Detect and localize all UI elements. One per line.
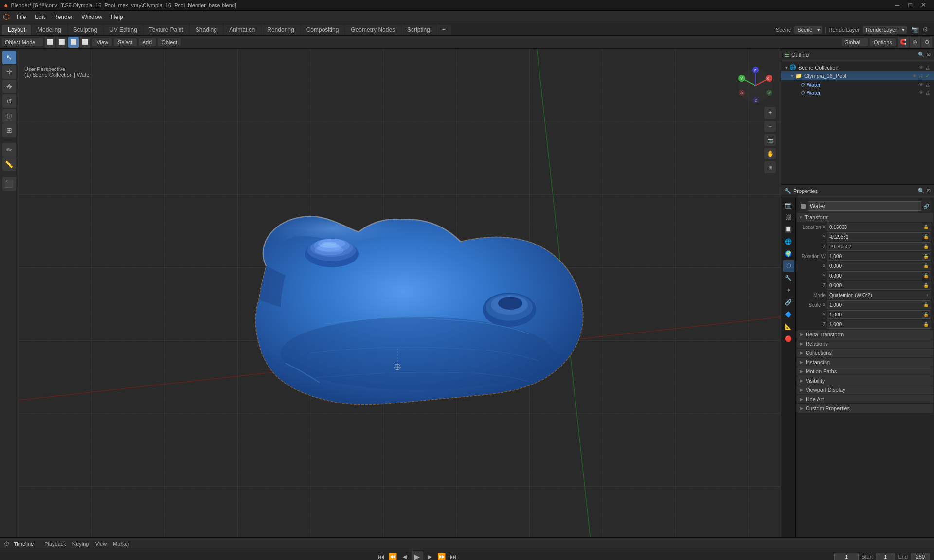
tab-add[interactable]: + xyxy=(436,25,451,35)
tool-move[interactable]: ✥ xyxy=(2,80,16,93)
delta-transform-header[interactable]: ▶ Delta Transform xyxy=(797,330,933,339)
scale-x-value[interactable]: 1.000 🔒 xyxy=(827,300,931,309)
current-frame-input[interactable]: 1 xyxy=(834,553,859,560)
view-btn-tl[interactable]: View xyxy=(92,541,109,547)
minimize-btn[interactable]: ─ xyxy=(891,1,903,9)
motion-paths-header[interactable]: ▶ Motion Paths xyxy=(797,367,933,376)
prop-scene-icon[interactable]: 🌐 xyxy=(783,236,794,247)
outliner-search-icon[interactable]: 🔍 xyxy=(918,52,925,58)
prop-particles-icon[interactable]: ✦ xyxy=(783,284,794,296)
outliner-pool-visibility[interactable]: ✓ xyxy=(925,72,930,79)
tab-texture-paint[interactable]: Texture Paint xyxy=(144,25,189,35)
prop-physics-icon[interactable]: 🔗 xyxy=(783,297,794,308)
tab-shading[interactable]: Shading xyxy=(190,25,223,35)
close-btn[interactable]: ✕ xyxy=(917,1,930,9)
play-btn[interactable]: ▶ xyxy=(412,551,423,560)
location-y-value[interactable]: -0.29581 🔒 xyxy=(827,232,931,241)
vp-hand-tool[interactable]: ✋ xyxy=(764,148,776,159)
relations-header[interactable]: ▶ Relations xyxy=(797,339,933,348)
prop-modifier-icon[interactable]: 🔧 xyxy=(783,272,794,284)
rotation-z-value[interactable]: 0.000 🔒 xyxy=(827,281,931,290)
tool-scale[interactable]: ⊡ xyxy=(2,109,16,122)
menu-edit[interactable]: Edit xyxy=(31,13,49,21)
object-name-icon[interactable]: 🔗 xyxy=(923,204,929,209)
viewport-gizmo[interactable]: X Y Z -X -Y -Z xyxy=(736,66,775,105)
transform-header[interactable]: ▾ Transform xyxy=(797,213,933,222)
outliner-pool-item[interactable]: ▾ 📁 Olympia_16_Pool 👁 🖨 ✓ xyxy=(781,71,934,80)
snap-icon[interactable]: 🧲 xyxy=(898,37,909,48)
proportional-icon[interactable]: ◎ xyxy=(910,37,920,48)
prop-object-icon[interactable]: ⬡ xyxy=(783,260,794,272)
blender-icon[interactable]: ⬡ xyxy=(3,12,10,21)
jump-end-btn[interactable]: ⏭ xyxy=(449,552,458,560)
prop-data-icon[interactable]: 📐 xyxy=(783,321,794,332)
tool-rotate[interactable]: ↺ xyxy=(2,94,16,108)
view-btn[interactable]: View xyxy=(92,38,112,46)
prop-material-icon[interactable]: 🔴 xyxy=(783,333,794,345)
menu-render[interactable]: Render xyxy=(50,13,76,21)
tool-transform[interactable]: ⊞ xyxy=(2,123,16,137)
rotation-w-value[interactable]: 1.000 🔒 xyxy=(827,252,931,261)
viewport[interactable]: User Perspective (1) Scene Collection | … xyxy=(18,49,781,537)
next-keyframe-btn[interactable]: ► xyxy=(425,552,435,560)
outliner-scene-collection[interactable]: ▾ 🌐 Scene Collection 👁 🖨 xyxy=(781,63,934,71)
menu-file[interactable]: File xyxy=(13,13,30,21)
tab-sculpting[interactable]: Sculpting xyxy=(68,25,103,35)
properties-settings-icon[interactable]: ⚙ xyxy=(926,188,931,194)
vp-camera-view[interactable]: 📷 xyxy=(764,134,776,146)
location-x-value[interactable]: 0.16833 🔒 xyxy=(827,223,931,231)
prop-output-icon[interactable]: 🖼 xyxy=(783,211,794,223)
instancing-header[interactable]: ▶ Instancing xyxy=(797,358,933,367)
tool-annotate[interactable]: ✏ xyxy=(2,143,16,157)
tool-select[interactable]: ↖ xyxy=(2,51,16,64)
line-art-header[interactable]: ▶ Line Art xyxy=(797,395,933,403)
rotation-mode-select[interactable]: Quaternion (WXYZ) ▾ xyxy=(827,291,931,299)
rotation-y-value[interactable]: 0.000 🔒 xyxy=(827,271,931,280)
object-btn[interactable]: Object xyxy=(158,38,181,46)
select-btn[interactable]: Select xyxy=(114,38,137,46)
header-icon-3[interactable]: ⬜ xyxy=(68,37,79,48)
start-frame-input[interactable]: 1 xyxy=(876,553,895,560)
prop-world-icon[interactable]: 🌍 xyxy=(783,248,794,260)
options-btn[interactable]: Options xyxy=(870,38,896,46)
marker-btn[interactable]: Marker xyxy=(110,541,132,547)
prev-keyframe-btn[interactable]: ◄ xyxy=(400,552,410,560)
render-layer-select[interactable]: RenderLayer ▾ xyxy=(863,26,907,34)
maximize-btn[interactable]: □ xyxy=(904,1,916,9)
header-icon-4[interactable]: ⬜ xyxy=(80,37,90,48)
menu-help[interactable]: Help xyxy=(107,13,127,21)
tab-modeling[interactable]: Modeling xyxy=(32,25,67,35)
visibility-header[interactable]: ▶ Visibility xyxy=(797,376,933,385)
collections-header[interactable]: ▶ Collections xyxy=(797,349,933,357)
next-frame-btn[interactable]: ⏩ xyxy=(437,552,447,560)
scene-select[interactable]: Scene ▾ xyxy=(794,26,822,34)
proportional2-icon[interactable]: ⊙ xyxy=(921,37,932,48)
tab-scripting[interactable]: Scripting xyxy=(401,25,436,35)
playback-btn[interactable]: Playback xyxy=(41,541,69,547)
jump-start-btn[interactable]: ⏮ xyxy=(377,552,386,560)
prev-frame-btn[interactable]: ⏪ xyxy=(388,552,398,560)
tool-add-cube[interactable]: ⬛ xyxy=(2,177,16,191)
tab-layout[interactable]: Layout xyxy=(2,25,31,35)
tab-animation[interactable]: Animation xyxy=(223,25,261,35)
vp-zoom-out[interactable]: − xyxy=(764,121,776,132)
prop-render-icon[interactable]: 📷 xyxy=(783,199,794,211)
settings-icon[interactable]: ⚙ xyxy=(922,26,928,33)
camera-icon[interactable]: 📷 xyxy=(911,26,919,33)
tab-rendering[interactable]: Rendering xyxy=(261,25,300,35)
global-select[interactable]: Global xyxy=(842,38,868,46)
custom-properties-header[interactable]: ▶ Custom Properties xyxy=(797,404,933,413)
header-icon-2[interactable]: ⬜ xyxy=(56,37,67,48)
add-btn[interactable]: Add xyxy=(139,38,156,46)
keying-btn[interactable]: Keying xyxy=(70,541,92,547)
tab-uv-editing[interactable]: UV Editing xyxy=(104,25,143,35)
tab-compositing[interactable]: Compositing xyxy=(301,25,345,35)
menu-window[interactable]: Window xyxy=(77,13,106,21)
mode-select[interactable]: Object Mode xyxy=(2,38,43,46)
vp-quad-view[interactable]: ⊞ xyxy=(764,161,776,173)
header-icon-1[interactable]: ⬜ xyxy=(45,37,55,48)
object-name-input[interactable] xyxy=(808,201,921,211)
properties-search-icon[interactable]: 🔍 xyxy=(918,188,925,194)
vp-zoom-in[interactable]: + xyxy=(764,107,776,119)
outliner-water2-item[interactable]: ◇ Water 👁 🖨 xyxy=(781,88,934,97)
